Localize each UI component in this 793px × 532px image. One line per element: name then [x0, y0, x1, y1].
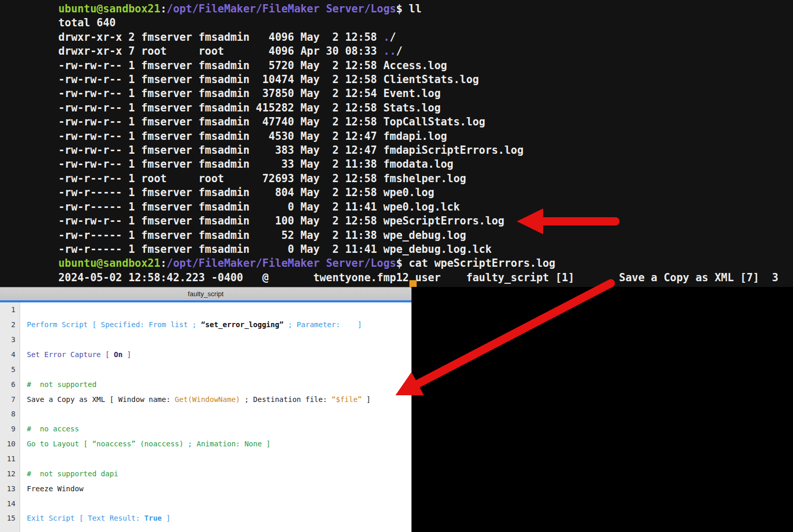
- script-line: 1: [0, 302, 411, 317]
- script-line: 6# not supported: [0, 377, 411, 392]
- terminal-text: ubuntu@sandbox21:/opt/FileMaker/FileMake…: [58, 2, 779, 285]
- script-line: 10Go to Layout [ “noaccess” (noaccess) ;…: [0, 437, 411, 452]
- script-step-text: Perform Script [ Specified: From list ; …: [20, 320, 362, 329]
- line-number: 6: [0, 380, 20, 389]
- terminal-window[interactable]: ubuntu@sandbox21:/opt/FileMaker/FileMake…: [0, 0, 793, 287]
- script-step-text: Freeze Window: [20, 485, 84, 493]
- terminal-line: -rw-rw-r-- 1 fmserver fmsadmin 100 May 2…: [58, 214, 779, 228]
- terminal-line: -rw-rw-r-- 1 fmserver fmsadmin 4530 May …: [58, 130, 779, 143]
- script-line: 4Set Error Capture [ On ]: [0, 347, 411, 362]
- line-number: 15: [0, 514, 20, 522]
- terminal-line: -rw-rw-r-- 1 fmserver fmsadmin 383 May 2…: [58, 143, 779, 157]
- script-step-text: Save a Copy as XML [ Window name: Get(Wi…: [20, 395, 371, 404]
- line-number: 14: [0, 499, 20, 508]
- terminal-line: -rw-r----- 1 fmserver fmsadmin 0 May 2 1…: [58, 243, 779, 256]
- terminal-line: -rw-rw-r-- 1 fmserver fmsadmin 47740 May…: [58, 115, 779, 129]
- script-editor-window[interactable]: faulty_script 12Perform Script [ Specifi…: [0, 287, 411, 532]
- script-line: 2Perform Script [ Specified: From list ;…: [0, 317, 411, 332]
- script-line: 8: [0, 407, 411, 422]
- script-step-text: # not supported: [20, 380, 97, 389]
- terminal-line: ubuntu@sandbox21:/opt/FileMaker/FileMake…: [58, 256, 779, 270]
- script-lines: 12Perform Script [ Specified: From list …: [0, 302, 411, 532]
- script-line: 7Save a Copy as XML [ Window name: Get(W…: [0, 392, 411, 407]
- terminal-line: -rw-rw-r-- 1 fmserver fmsadmin 5720 May …: [58, 59, 779, 73]
- line-number: 10: [0, 440, 20, 448]
- script-line: 3: [0, 332, 411, 347]
- line-number: 7: [0, 395, 20, 404]
- script-step-text: Go to Layout [ “noaccess” (noaccess) ; A…: [20, 440, 271, 448]
- script-line: 5: [0, 362, 411, 377]
- script-window-title: faulty_script: [188, 290, 224, 298]
- terminal-line: -rw-rw-r-- 1 fmserver fmsadmin 10474 May…: [58, 73, 779, 87]
- script-line: 11: [0, 452, 411, 466]
- line-number: 11: [0, 455, 20, 463]
- script-line: 13Freeze Window: [0, 481, 411, 496]
- terminal-line: drwxr-xr-x 7 root root 4096 Apr 30 08:33…: [58, 44, 779, 58]
- terminal-line: -rw-r--r-- 1 root root 72693 May 2 12:58…: [58, 172, 779, 186]
- line-number: 3: [0, 335, 20, 344]
- terminal-line: -rw-rw-r-- 1 fmserver fmsadmin 33 May 2 …: [58, 157, 779, 171]
- terminal-line: ubuntu@sandbox21:/opt/FileMaker/FileMake…: [58, 2, 779, 16]
- line-number: 1: [0, 305, 20, 314]
- script-step-text: # no access: [20, 425, 79, 433]
- terminal-line: 2024-05-02 12:58:42.223 -0400 @ twentyon…: [58, 271, 779, 285]
- script-line: 14: [0, 496, 411, 511]
- terminal-line: -rw-r----- 1 fmserver fmsadmin 0 May 2 1…: [58, 200, 779, 214]
- terminal-line: drwxr-xr-x 2 fmserver fmsadmin 4096 May …: [58, 30, 779, 44]
- script-step-text: Set Error Capture [ On ]: [20, 350, 131, 359]
- script-window-titlebar[interactable]: faulty_script: [0, 287, 411, 300]
- terminal-line: -rw-rw-r-- 1 fmserver fmsadmin 415282 Ma…: [58, 101, 779, 115]
- script-step-text: # not supported dapi: [20, 470, 118, 478]
- line-number: 12: [0, 470, 20, 478]
- script-line: 12# not supported dapi: [0, 466, 411, 481]
- terminal-line: -rw-r----- 1 fmserver fmsadmin 52 May 2 …: [58, 229, 779, 243]
- script-step-text: Exit Script [ Text Result: True ]: [20, 514, 170, 522]
- line-number: 4: [0, 350, 20, 359]
- terminal-line: total 640: [58, 16, 779, 30]
- script-line: 9# no access: [0, 422, 411, 437]
- line-number: 13: [0, 485, 20, 493]
- line-number: 5: [0, 365, 20, 374]
- terminal-line: -rw-rw-r-- 1 fmserver fmsadmin 37850 May…: [58, 87, 779, 101]
- line-number: 8: [0, 410, 20, 418]
- line-number: 2: [0, 320, 20, 329]
- terminal-line: -rw-r----- 1 fmserver fmsadmin 804 May 2…: [58, 186, 779, 200]
- line-number: 9: [0, 425, 20, 433]
- terminal-block-cursor: [409, 280, 417, 287]
- script-line: 15Exit Script [ Text Result: True ]: [0, 511, 411, 526]
- red-arrow-diagonal-icon: [395, 283, 611, 395]
